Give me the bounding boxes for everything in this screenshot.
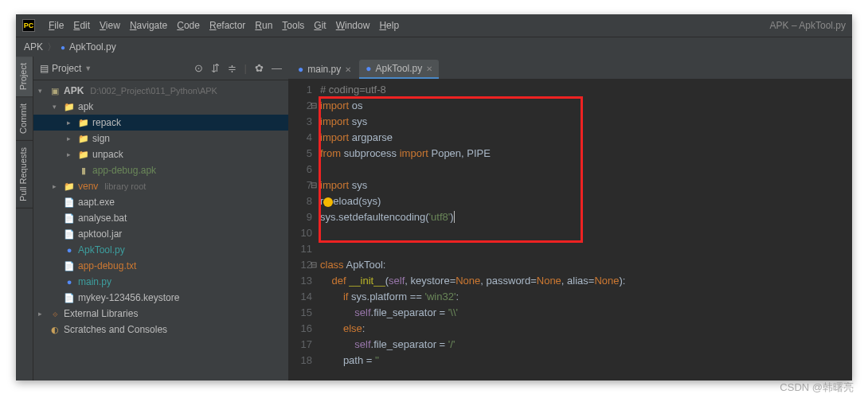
fold-icon[interactable]: ⊟	[311, 257, 317, 273]
code-line[interactable]: else:	[320, 321, 852, 337]
tree-root[interactable]: ▾ ▣ APK D:\002_Project\011_Python\APK	[33, 83, 288, 99]
file-icon: 📁	[64, 181, 75, 192]
menu-help[interactable]: Help	[375, 18, 403, 33]
code-line[interactable]: import sys	[320, 114, 852, 130]
arrow-right-icon: ▸	[38, 310, 46, 318]
collapse-all-icon[interactable]: ≑	[228, 62, 237, 74]
side-tab-pull-requests[interactable]: Pull Requests	[16, 141, 33, 209]
code-line[interactable]: from subprocess import Popen, PIPE	[320, 146, 852, 162]
code-line[interactable]: def __init__(self, keystore=None, passwo…	[320, 273, 852, 289]
tree-item[interactable]: 📄analyse.bat	[33, 210, 288, 226]
tree-item[interactable]: ▮app-debug.apk	[33, 162, 288, 178]
project-label[interactable]: Project	[52, 63, 81, 74]
select-opened-icon[interactable]: ⊙	[194, 62, 203, 74]
scratches-consoles[interactable]: ◐ Scratches and Consoles	[33, 322, 288, 338]
file-icon: 📄	[64, 293, 75, 303]
side-tab-commit[interactable]: Commit	[16, 97, 33, 141]
line-number: 16	[288, 321, 312, 337]
tree-item[interactable]: 📄app-debug.txt	[33, 258, 288, 274]
editor-body[interactable]: 123456789101112131415161718 # coding=utf…	[288, 79, 852, 380]
intention-bulb-icon[interactable]	[323, 197, 333, 207]
menu-file[interactable]: File	[45, 18, 68, 33]
python-file-icon: ●	[366, 63, 371, 74]
menu-code[interactable]: Code	[173, 18, 204, 33]
code-line[interactable]: self.file_separator = '\\'	[320, 305, 852, 321]
external-libraries[interactable]: ▸ ⟐ External Libraries	[33, 306, 288, 322]
breadcrumb-bar: APK 〉 ● ApkTool.py	[16, 37, 852, 57]
line-number: 18	[288, 353, 312, 369]
file-icon: 📄	[64, 229, 75, 240]
project-tree[interactable]: ▾ ▣ APK D:\002_Project\011_Python\APK ▾📁…	[33, 80, 288, 380]
tree-root-name: APK	[64, 85, 84, 96]
python-file-icon: ●	[298, 64, 303, 75]
arrow-icon: ▸	[67, 150, 75, 158]
code-line[interactable]	[320, 241, 852, 257]
close-tab-icon[interactable]: ✕	[426, 64, 432, 73]
tree-item-label: aapt.exe	[78, 197, 115, 208]
code-line[interactable]: import argparse	[320, 130, 852, 146]
tree-item-label: app-debug.apk	[92, 165, 156, 176]
tree-item[interactable]: ▸📁sign	[33, 131, 288, 146]
tree-item[interactable]: ▸📁unpack	[33, 146, 288, 162]
menu-navigate[interactable]: Navigate	[126, 18, 171, 33]
hide-icon[interactable]: —	[272, 62, 282, 74]
code-line[interactable]	[320, 225, 852, 241]
project-panel: ▤ Project ▼ ⊙ ⇵ ≑ | ✿ — ▾ ▣ APK	[33, 57, 288, 380]
line-number: 5	[288, 146, 312, 162]
menu-tools[interactable]: Tools	[278, 18, 308, 33]
code-line[interactable]: sys.setdefaultencoding('utf8')	[320, 209, 852, 225]
breadcrumb-file[interactable]: ApkTool.py	[69, 41, 116, 53]
menu-view[interactable]: View	[96, 18, 124, 33]
editor-tab[interactable]: ●main.py✕	[291, 60, 358, 79]
tree-item-label: venv	[78, 181, 98, 192]
fold-icon[interactable]: ⊟	[311, 98, 317, 114]
app-logo: PC	[22, 19, 35, 32]
tree-item[interactable]: ●main.py	[33, 274, 288, 290]
tree-item-hint: library root	[104, 181, 146, 191]
code-line[interactable]: ⊟class ApkTool:	[320, 257, 852, 273]
tree-item[interactable]: 📄aapt.exe	[33, 194, 288, 210]
settings-icon[interactable]: ✿	[255, 62, 264, 74]
close-tab-icon[interactable]: ✕	[345, 65, 351, 74]
code-line[interactable]: reload(sys)	[320, 193, 852, 209]
code-line[interactable]: path = ''	[320, 353, 852, 369]
titlebar: PC FileEditViewNavigateCodeRefactorRunTo…	[16, 14, 852, 37]
main-menubar: FileEditViewNavigateCodeRefactorRunTools…	[45, 18, 760, 33]
project-panel-header: ▤ Project ▼ ⊙ ⇵ ≑ | ✿ —	[33, 57, 288, 80]
line-number: 3	[288, 114, 312, 130]
code-line[interactable]: # coding=utf-8	[320, 82, 852, 98]
code-line[interactable]: ⊟import sys	[320, 178, 852, 193]
menu-run[interactable]: Run	[251, 18, 276, 33]
menu-edit[interactable]: Edit	[69, 18, 94, 33]
editor-tabs: ●main.py✕●ApkTool.py✕	[288, 57, 852, 79]
code-line[interactable]: if sys.platform == 'win32':	[320, 289, 852, 305]
dropdown-icon[interactable]: ▼	[84, 64, 92, 72]
side-tab-project[interactable]: Project	[16, 57, 33, 97]
menu-refactor[interactable]: Refactor	[205, 18, 249, 33]
expand-all-icon[interactable]: ⇵	[211, 62, 220, 74]
tab-label: main.py	[307, 64, 341, 75]
tree-item[interactable]: ▸📁venvlibrary root	[33, 178, 288, 194]
fold-icon[interactable]: ⊟	[311, 178, 317, 193]
tree-item[interactable]: ▾📁apk	[33, 99, 288, 115]
tree-item-label: sign	[92, 133, 110, 144]
code-area[interactable]: # coding=utf-8⊟import osimport sysimport…	[320, 79, 852, 380]
tree-item-label: analyse.bat	[78, 213, 127, 224]
editor-tab[interactable]: ●ApkTool.py✕	[359, 60, 439, 79]
tree-item-label: unpack	[92, 149, 123, 160]
code-line[interactable]: self.file_separator = '/'	[320, 337, 852, 353]
file-icon: ▮	[78, 166, 89, 176]
breadcrumb-root[interactable]: APK	[24, 41, 43, 53]
code-line[interactable]: ⊟import os	[320, 98, 852, 114]
scratch-icon: ◐	[49, 325, 61, 335]
tree-item[interactable]: ●ApkTool.py	[33, 242, 288, 258]
menu-git[interactable]: Git	[310, 18, 330, 33]
file-icon: ●	[64, 277, 75, 287]
file-icon: 📁	[78, 150, 89, 160]
code-line[interactable]	[320, 162, 852, 178]
file-icon: 📁	[78, 134, 89, 144]
tree-item[interactable]: 📄mykey-123456.keystore	[33, 290, 288, 306]
tree-item[interactable]: 📄apktool.jar	[33, 226, 288, 242]
tree-item[interactable]: ▸📁repack	[33, 115, 288, 131]
menu-window[interactable]: Window	[332, 18, 374, 33]
